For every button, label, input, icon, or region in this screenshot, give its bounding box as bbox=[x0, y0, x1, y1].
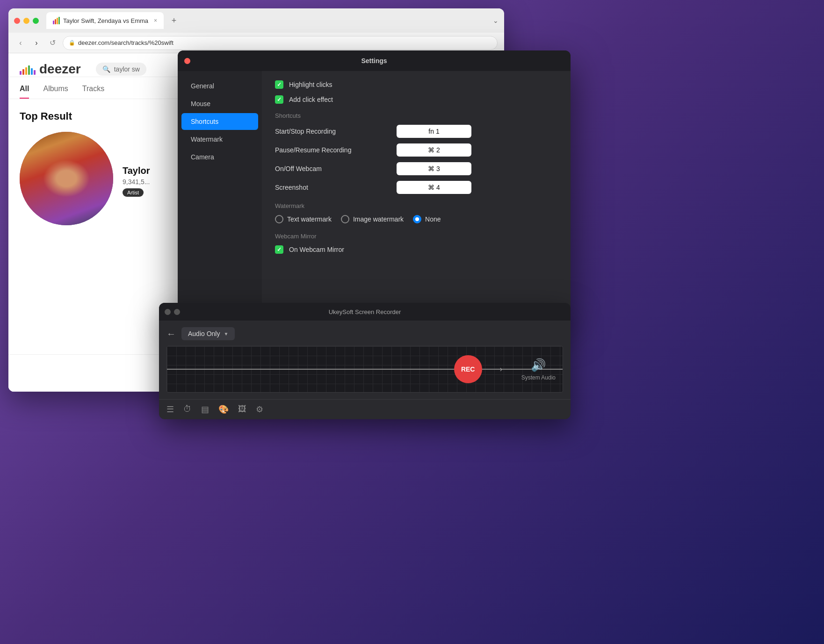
svg-rect-0 bbox=[53, 21, 54, 24]
recorder-body: ← Audio Only ▼ 🔊 System Audio REC › bbox=[159, 321, 571, 399]
webcam-mirror-row: On Webcam Mirror bbox=[275, 245, 557, 254]
system-audio-icon: 🔊 bbox=[531, 358, 546, 372]
watermark-none-radio[interactable] bbox=[413, 215, 421, 223]
sidebar-item-mouse[interactable]: Mouse bbox=[181, 95, 258, 112]
webcam-mirror-section-header: Webcam Mirror bbox=[275, 233, 557, 240]
logo-icon bbox=[20, 64, 36, 75]
tab-title: Taylor Swift, Zendaya vs Emma bbox=[63, 17, 148, 24]
shortcut-screenshot-label: Screenshot bbox=[275, 184, 397, 191]
watermark-text-radio[interactable] bbox=[275, 215, 283, 223]
forward-button[interactable]: › bbox=[31, 37, 42, 49]
footer-color-icon[interactable]: 🎨 bbox=[218, 404, 229, 415]
watermark-none-label: None bbox=[425, 215, 441, 223]
footer-settings-icon[interactable]: ⚙ bbox=[256, 404, 263, 415]
sidebar-item-shortcuts[interactable]: Shortcuts bbox=[181, 113, 258, 130]
shortcut-webcam-row: On/Off Webcam ⌘ 3 bbox=[275, 162, 557, 175]
webcam-mirror-label: On Webcam Mirror bbox=[289, 246, 344, 253]
modal-title: Settings bbox=[361, 57, 387, 64]
artist-plays: 9,341,5... bbox=[123, 178, 150, 186]
recorder-footer: ☰ ⏱ ▤ 🎨 🖼 ⚙ bbox=[159, 399, 571, 419]
recorder-dot-1[interactable] bbox=[165, 309, 171, 315]
shortcut-screenshot-key[interactable]: ⌘ 4 bbox=[397, 181, 471, 194]
svg-rect-2 bbox=[57, 18, 58, 24]
artist-badge: Artist bbox=[123, 188, 144, 197]
modal-titlebar: Settings bbox=[178, 50, 571, 71]
watermark-section-header: Watermark bbox=[275, 202, 557, 209]
address-bar[interactable]: 🔒 deezer.com/search/tracks/%20swift bbox=[63, 36, 498, 50]
deezer-search[interactable]: 🔍 taylor sw bbox=[96, 63, 146, 76]
recorder-footer-icons: ☰ ⏱ ▤ 🎨 🖼 ⚙ bbox=[166, 404, 263, 415]
webcam-mirror-checkbox[interactable] bbox=[275, 245, 283, 254]
rec-controls: REC › bbox=[454, 355, 502, 383]
search-text: taylor sw bbox=[114, 65, 140, 73]
browser-tab[interactable]: Taylor Swift, Zendaya vs Emma × bbox=[46, 12, 164, 29]
footer-list-icon[interactable]: ☰ bbox=[166, 404, 174, 415]
lock-icon: 🔒 bbox=[69, 40, 75, 46]
recorder-dot-2[interactable] bbox=[174, 309, 180, 315]
watermark-text-option[interactable]: Text watermark bbox=[275, 215, 332, 223]
new-tab-button[interactable]: + bbox=[167, 14, 181, 27]
nav-all[interactable]: All bbox=[20, 85, 29, 99]
footer-timer-icon[interactable]: ⏱ bbox=[183, 404, 192, 415]
deezer-logo-text: deezer bbox=[39, 62, 81, 77]
dropdown-arrow-icon: ▼ bbox=[224, 331, 228, 336]
watermark-image-option[interactable]: Image watermark bbox=[341, 215, 404, 223]
watermark-text-label: Text watermark bbox=[287, 215, 332, 223]
browser-titlebar: Taylor Swift, Zendaya vs Emma × + ⌄ bbox=[8, 8, 504, 33]
system-audio-label: System Audio bbox=[521, 374, 556, 381]
shortcut-pause-resume-row: Pause/Resume Recording ⌘ 2 bbox=[275, 143, 557, 157]
deezer-logo: deezer bbox=[20, 62, 81, 77]
add-click-effect-checkbox[interactable] bbox=[275, 95, 283, 104]
shortcut-start-stop-key[interactable]: fn 1 bbox=[397, 125, 471, 138]
sidebar-item-watermark[interactable]: Watermark bbox=[181, 131, 258, 148]
minimize-dot[interactable] bbox=[23, 18, 29, 24]
maximize-dot[interactable] bbox=[33, 18, 39, 24]
footer-image-icon[interactable]: 🖼 bbox=[238, 404, 246, 415]
system-audio-control: 🔊 System Audio bbox=[521, 358, 556, 381]
artist-avatar bbox=[20, 132, 113, 225]
shortcut-pause-resume-key[interactable]: ⌘ 2 bbox=[397, 143, 471, 157]
shortcuts-section-header: Shortcuts bbox=[275, 112, 557, 119]
address-text: deezer.com/search/tracks/%20swift bbox=[78, 39, 173, 46]
tab-overflow-button[interactable]: ⌄ bbox=[493, 17, 499, 24]
highlight-clicks-checkbox[interactable] bbox=[275, 80, 283, 89]
recorder-back-button[interactable]: ← bbox=[166, 329, 176, 339]
watermark-options: Text watermark Image watermark None bbox=[275, 215, 557, 223]
settings-content: Highlight clicks Add click effect Shortc… bbox=[262, 71, 571, 314]
footer-capture-icon[interactable]: ▤ bbox=[201, 404, 209, 415]
back-button[interactable]: ‹ bbox=[15, 37, 26, 49]
shortcut-screenshot-row: Screenshot ⌘ 4 bbox=[275, 181, 557, 194]
tab-favicon bbox=[53, 17, 60, 24]
recorder-toolbar: ← Audio Only ▼ bbox=[166, 327, 563, 340]
modal-close-dot[interactable] bbox=[184, 58, 190, 64]
highlight-clicks-label: Highlight clicks bbox=[289, 81, 332, 88]
svg-rect-1 bbox=[55, 19, 56, 24]
nav-albums[interactable]: Albums bbox=[43, 85, 68, 99]
sidebar-item-camera[interactable]: Camera bbox=[181, 149, 258, 165]
mode-dropdown[interactable]: Audio Only ▼ bbox=[181, 327, 235, 340]
artist-face bbox=[20, 132, 113, 225]
nav-tracks[interactable]: Tracks bbox=[82, 85, 104, 99]
sidebar-item-general[interactable]: General bbox=[181, 78, 258, 94]
recorder-dots bbox=[165, 309, 180, 315]
close-dot[interactable] bbox=[14, 18, 20, 24]
watermark-image-label: Image watermark bbox=[353, 215, 404, 223]
canvas-waveform bbox=[167, 369, 563, 370]
artist-info: Taylor 9,341,5... Artist bbox=[123, 165, 150, 197]
watermark-image-radio[interactable] bbox=[341, 215, 349, 223]
tab-close-button[interactable]: × bbox=[154, 17, 157, 24]
recorder-canvas-container: 🔊 System Audio REC › bbox=[166, 346, 563, 393]
refresh-button[interactable]: ↺ bbox=[47, 37, 58, 49]
shortcut-webcam-label: On/Off Webcam bbox=[275, 165, 397, 172]
modal-body: General Mouse Shortcuts Watermark Camera… bbox=[178, 71, 571, 314]
rec-chevron-icon[interactable]: › bbox=[500, 365, 502, 373]
watermark-none-option[interactable]: None bbox=[413, 215, 441, 223]
recorder-title: UkeySoft Screen Recorder bbox=[329, 308, 401, 315]
shortcut-webcam-key[interactable]: ⌘ 3 bbox=[397, 162, 471, 175]
add-click-effect-label: Add click effect bbox=[289, 96, 333, 103]
rec-button[interactable]: REC bbox=[454, 355, 482, 383]
highlight-clicks-row: Highlight clicks bbox=[275, 80, 557, 89]
recorder-canvas bbox=[166, 346, 563, 393]
add-click-effect-row: Add click effect bbox=[275, 95, 557, 104]
settings-modal: Settings General Mouse Shortcuts Waterma… bbox=[178, 50, 571, 314]
